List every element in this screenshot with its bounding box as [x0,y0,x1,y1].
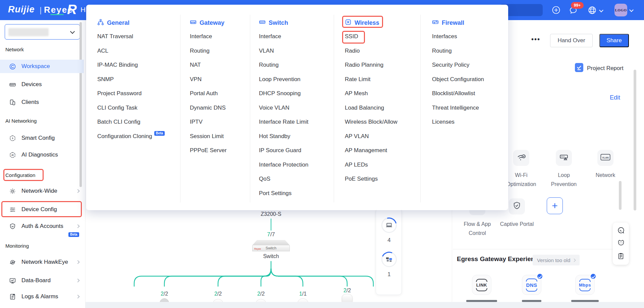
menu-item[interactable]: PoE Settings [345,172,427,186]
project-report-label: Project Report [587,65,624,72]
menu-item-ssid[interactable]: SSID [345,29,427,44]
workspace-icon [9,63,16,70]
version-too-old-tag[interactable]: Version too old [533,255,580,265]
menu-item[interactable]: Load Balancing [345,101,427,115]
language-globe-icon[interactable] [588,6,597,16]
menu-item[interactable]: IP-MAC Binding [97,58,179,72]
menu-item[interactable]: Hot Standby [259,129,341,144]
sidebar-item-data-board[interactable]: Data-Board [0,274,84,287]
sidebar-item-smart-config[interactable]: Smart Config [0,131,84,145]
menu-column-wireless: Wireless SSID Radio Radio Planning Rate … [345,18,427,186]
menu-item[interactable]: DHCP Snooping [259,86,341,101]
menu-item[interactable]: Interfaces [432,29,514,44]
menu-item[interactable]: Voice VLAN [259,101,341,115]
sidebar-item-label: Device Config [21,206,57,213]
hawkeye-icon [9,258,16,266]
section-divider [453,249,621,249]
page-scrollbar[interactable] [634,70,636,210]
menu-item[interactable]: Project Password [97,86,179,101]
menu-item[interactable]: Configuration Cloning Beta [97,129,179,144]
menu-item[interactable]: Threat Intelligence [432,101,514,115]
egress-mbps-tile[interactable]: Mbps [575,275,595,295]
loop-prevention-tile[interactable] [556,150,572,166]
menu-column-title-wireless[interactable]: Wireless [345,18,427,27]
menu-item[interactable]: AP Mesh [345,86,427,101]
network-selector-dropdown[interactable] [5,24,80,40]
menu-item[interactable]: ACL [97,44,179,58]
menu-item[interactable]: Batch CLI Config [97,115,179,129]
wifi-optimization-tile[interactable] [513,150,529,166]
reyee-cloud-app: Ruijie | Reyee R H 99+ LOGO Network [0,0,644,308]
menu-item[interactable]: NAT Traversal [97,29,179,44]
chevron-right-icon [76,295,79,298]
menu-item[interactable]: Wireless Block/Allow [345,115,427,129]
sidebar-item-device-config[interactable]: Device Config [0,203,84,216]
menu-column-title-firewall[interactable]: Firewall [432,18,514,27]
column-divider [180,15,180,202]
gateway-icon [190,19,197,27]
ap-device[interactable] [342,294,353,303]
menu-item[interactable]: Radio Planning [345,58,427,72]
menu-item[interactable]: CLI Config Task [97,101,179,115]
menu-item[interactable]: Blocklist/Allowlist [432,86,514,101]
network-label: Network [585,171,626,180]
menu-item[interactable]: Licenses [432,115,514,129]
sidebar-item-label: AI Diagnostics [21,151,58,158]
menu-item[interactable]: Interface Rate Limit [259,115,341,129]
sidebar-item-clients[interactable]: Clients [0,96,84,109]
menu-column-title-general[interactable]: General [97,18,179,27]
menu-item[interactable]: Security Policy [432,58,514,72]
menu-item[interactable]: Loop Prevention [259,72,341,87]
network-vlan-tile[interactable]: VLAN [597,150,613,166]
sidebar-item-devices[interactable]: Devices [0,78,84,91]
sidebar-item-auth-accounts[interactable]: Auth & Accounts [0,220,84,233]
chevron-right-icon [76,224,79,228]
chevron-right-icon [573,258,576,262]
sidebar-item-ai-diagnostics[interactable]: AI AI Diagnostics [0,148,84,162]
fox-assistant-icon[interactable] [617,239,625,248]
menu-item[interactable]: IP Source Guard [259,143,341,158]
add-circle-icon[interactable] [552,6,560,16]
dropdown-chevron-icon [70,29,75,34]
account-chevron-down-icon[interactable] [629,8,634,12]
more-actions-button[interactable]: ••• [531,36,540,43]
menu-item[interactable]: SNMP [97,72,179,87]
menu-item[interactable]: Interface Protection [259,158,341,172]
sidebar-item-workspace[interactable]: Workspace [0,60,84,73]
language-chevron-down-icon[interactable] [599,8,603,12]
menu-column-title-switch[interactable]: Switch [259,18,341,27]
menu-item[interactable]: QoS [259,172,341,186]
menu-item[interactable]: Port Settings [259,186,341,201]
menu-item[interactable]: VLAN [259,44,341,58]
menu-item[interactable]: Radio [345,44,427,58]
hand-over-button[interactable]: Hand Over [550,34,593,47]
menu-item[interactable]: AP LEDs [345,158,427,172]
root-device-label[interactable]: Z3200-S [251,211,291,217]
sidebar-item-label: Devices [21,81,42,88]
edit-link[interactable]: Edit [610,94,620,101]
support-chat-icon[interactable] [617,227,625,236]
sidebar-item-logs-alarms[interactable]: Logs & Alarms [0,290,84,303]
sidebar-item-label: Network-Wide [21,188,57,194]
sidebar-item-network-hawkeye[interactable]: Network HawkEye [0,255,84,269]
clipboard-icon[interactable] [617,252,625,261]
menu-item[interactable]: AP VLAN [345,129,427,144]
menu-item[interactable]: Interface [259,29,341,44]
menu-item[interactable]: Rate Limit [345,72,427,87]
account-avatar[interactable]: LOGO [614,4,627,16]
menu-item[interactable]: AP Management [345,143,427,158]
panel-scrollbar[interactable] [619,181,622,210]
captive-portal-tile[interactable] [509,198,525,214]
menu-item[interactable]: Routing [432,44,514,58]
nav-item-partial[interactable]: H [80,6,86,14]
sidebar-item-network-wide[interactable]: Network-Wide [0,184,84,198]
project-report-link[interactable]: Project Report [575,63,624,74]
selected-check-icon [590,273,596,280]
switch-device[interactable]: Reyee Switch [252,240,290,251]
share-button[interactable]: Share [599,34,629,47]
menu-item[interactable]: Routing [259,58,341,72]
menu-item[interactable]: Object Configuration [432,72,514,87]
egress-dns-tile[interactable]: DNS [522,275,541,295]
add-quick-config-button[interactable]: + [547,197,563,214]
egress-link-tile[interactable]: LINK [472,275,491,295]
